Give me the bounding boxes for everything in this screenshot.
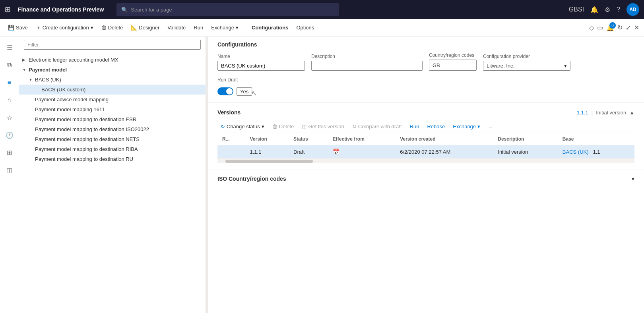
save-button[interactable]: 💾 Save <box>5 23 31 32</box>
toolbar-expand-icon[interactable]: ⤢ <box>626 24 631 31</box>
name-label: Name <box>217 54 305 59</box>
delete-button[interactable]: 🗑 Delete <box>98 23 126 32</box>
resize-handle[interactable]: · · · <box>206 37 208 313</box>
versions-delete-icon: 🗑 <box>272 124 277 129</box>
versions-section: Versions 1.1.1 | Initial version ▲ ↻ Cha… <box>208 103 644 170</box>
description-input[interactable] <box>311 61 423 71</box>
tree-item-bacs-uk-custom[interactable]: BACS (UK custom) <box>19 85 206 95</box>
configurations-tab[interactable]: Configurations <box>248 23 291 32</box>
name-input[interactable] <box>217 61 305 71</box>
delete-icon: 🗑 <box>101 25 107 31</box>
tree-item-bacs-uk[interactable]: ▼ BACS (UK) <box>19 75 206 85</box>
country-field: Country/region codes GB <box>429 52 477 71</box>
add-icon: ＋ <box>36 24 41 31</box>
tree-expander-icon <box>29 97 35 102</box>
toolbar-diamond-icon[interactable]: ◇ <box>589 24 594 31</box>
versions-more-button[interactable]: ... <box>485 122 496 131</box>
tree-body: ▶ Electronic ledger accounting model MX … <box>19 53 206 313</box>
compare-icon: ↻ <box>352 124 357 129</box>
global-search[interactable]: 🔍 <box>116 3 339 16</box>
tree-item-payment-model[interactable]: ▼ Payment model <box>19 65 206 75</box>
base-link[interactable]: BACS (UK) <box>563 149 589 155</box>
toolbar-panel-icon[interactable]: ▭ <box>597 24 603 31</box>
tree-expander-icon: ▼ <box>29 77 35 82</box>
exchange-chevron-icon: ▾ <box>236 25 239 31</box>
change-status-label: Change status <box>227 124 260 129</box>
sidebar-list-icon[interactable]: ≡ <box>2 75 17 91</box>
provider-field: Configuration provider Litware, Inc. ▾ <box>483 54 570 71</box>
calendar-icon[interactable]: 📅 <box>333 149 339 155</box>
change-status-button[interactable]: ↻ Change status ▾ <box>217 122 268 131</box>
tree-item-payment-nets[interactable]: Payment model mapping to destination NET… <box>19 134 206 144</box>
main-toolbar: 💾 Save ＋ Create configuration ▾ 🗑 Delete… <box>0 19 644 37</box>
get-this-version-button[interactable]: ◫ Get this version <box>299 122 347 131</box>
search-input[interactable] <box>131 7 334 13</box>
content-scroll[interactable]: Versions 1.1.1 | Initial version ▲ ↻ Cha… <box>208 103 644 313</box>
app-grid-icon[interactable]: ⊞ <box>5 5 11 14</box>
horizontal-scrollbar[interactable] <box>217 158 634 163</box>
iso-collapse-icon[interactable]: ▾ <box>632 176 634 182</box>
toolbar-badge-icon[interactable]: 🔔 0 <box>606 24 614 31</box>
help-icon[interactable]: ? <box>617 6 620 13</box>
versions-exchange-button[interactable]: Exchange ▾ <box>450 122 483 131</box>
exchange-button[interactable]: Exchange ▾ <box>208 23 242 32</box>
cell-version-created: 6/2/2020 07:22:57 AM <box>395 145 493 158</box>
tree-item-payment-iso[interactable]: Payment model mapping to destination ISO… <box>19 124 206 134</box>
toolbar-refresh-icon[interactable]: ↻ <box>617 24 623 31</box>
toggle-thumb <box>226 88 233 95</box>
sidebar-filter-icon[interactable]: ⧉ <box>2 57 17 73</box>
version-number: 1.1.1 <box>577 110 588 116</box>
form-row-main: Name Description Country/region codes GB… <box>217 52 634 77</box>
designer-icon: 📐 <box>131 25 137 31</box>
tree-expander-icon <box>29 117 35 122</box>
options-tab[interactable]: Options <box>293 23 317 32</box>
table-row[interactable]: 1.1.1 Draft 📅 6/2/2020 07:22:57 AM Initi… <box>217 145 634 158</box>
sidebar-favorites-icon[interactable]: ☆ <box>2 110 17 126</box>
tree-filter-input[interactable] <box>24 40 201 50</box>
cell-base: BACS (UK) 1.1 <box>558 145 634 158</box>
sidebar-clock-icon[interactable]: 🕐 <box>2 127 17 143</box>
sidebar-modules-icon[interactable]: ◫ <box>2 162 17 178</box>
tree-item-payment-1611[interactable]: Payment model mapping 1611 <box>19 104 206 114</box>
description-field: Description <box>311 54 423 71</box>
tree-item-payment-ru[interactable]: Payment model mapping to destination RU <box>19 154 206 164</box>
user-avatar[interactable]: AD <box>627 3 639 16</box>
validate-button[interactable]: Validate <box>164 23 189 32</box>
notification-badge: 0 <box>609 22 616 29</box>
create-configuration-button[interactable]: ＋ Create configuration ▾ <box>33 23 97 33</box>
iso-section[interactable]: ISO Country/region codes ▾ <box>208 170 644 187</box>
content-area: Configurations Name Description Country/… <box>208 37 644 313</box>
sidebar-grid-icon[interactable]: ⊞ <box>2 145 17 160</box>
toolbar-close-icon[interactable]: ✕ <box>634 24 639 31</box>
col-version-created: Version created <box>395 133 493 145</box>
tree-item-payment-esr[interactable]: Payment model mapping to destination ESR <box>19 114 206 124</box>
toolbar-divider <box>245 24 245 32</box>
settings-icon[interactable]: ⚙ <box>605 6 610 14</box>
sidebar-menu-icon[interactable]: ☰ <box>2 40 17 56</box>
app-title: Finance and Operations Preview <box>18 6 104 13</box>
designer-button[interactable]: 📐 Designer <box>128 23 163 32</box>
versions-collapse-icon[interactable]: ▲ <box>629 110 634 116</box>
change-status-icon: ↻ <box>221 124 225 129</box>
col-base: Base <box>558 133 634 145</box>
provider-label: Configuration provider <box>483 54 570 59</box>
run-draft-value: Yes <box>237 87 252 96</box>
cell-status: Draft <box>289 145 328 158</box>
tree-item-payment-riba[interactable]: Payment model mapping to destination RIB… <box>19 144 206 154</box>
scrollbar-thumb[interactable] <box>225 160 313 163</box>
name-field: Name <box>217 54 305 71</box>
compare-with-draft-button[interactable]: ↻ Compare with draft <box>349 122 405 131</box>
versions-rebase-button[interactable]: Rebase <box>424 122 448 131</box>
tree-item-payment-advice[interactable]: Payment advice model mapping <box>19 95 206 104</box>
run-button[interactable]: Run <box>190 23 206 32</box>
tree-expander-icon: ▼ <box>22 68 29 72</box>
run-draft-toggle[interactable] <box>217 87 233 95</box>
versions-title: Versions <box>217 109 241 116</box>
versions-delete-button[interactable]: 🗑 Delete <box>269 122 297 131</box>
versions-run-button[interactable]: Run <box>407 122 423 131</box>
sidebar-home-icon[interactable]: ⌂ <box>2 92 17 108</box>
col-effective-from: Effective from <box>328 133 395 145</box>
notifications-icon[interactable]: 🔔 <box>590 6 598 14</box>
provider-select[interactable]: Litware, Inc. ▾ <box>483 61 570 71</box>
tree-item-electronic-ledger[interactable]: ▶ Electronic ledger accounting model MX <box>19 55 206 65</box>
